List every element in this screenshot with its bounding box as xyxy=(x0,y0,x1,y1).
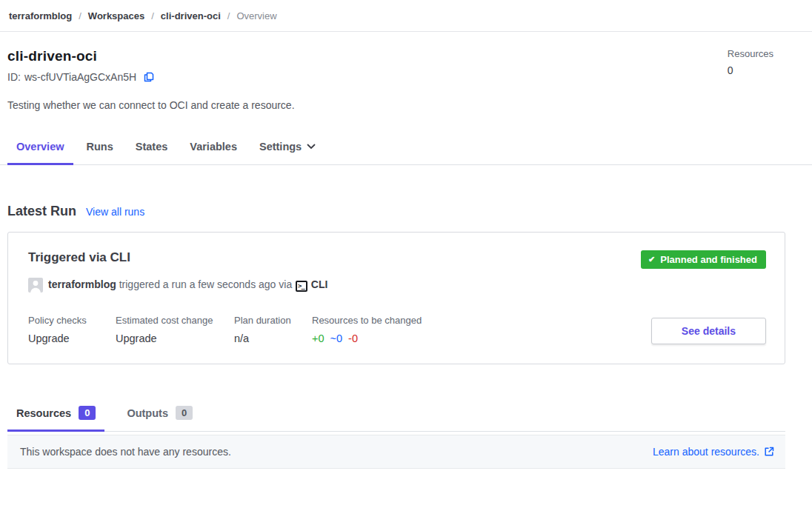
latest-run-card: Triggered via CLI ✔ Planned and finished… xyxy=(7,232,785,364)
stat-plan-duration: Plan duration n/a xyxy=(234,315,312,344)
workspace-description: Testing whether we can connect to OCI an… xyxy=(7,99,295,111)
view-all-runs-link[interactable]: View all runs xyxy=(86,206,144,218)
tab-resources[interactable]: Resources 0 xyxy=(7,406,104,431)
diff-destroy: -0 xyxy=(348,332,358,344)
workspace-id-label: ID: xyxy=(7,71,21,83)
outputs-count-badge: 0 xyxy=(176,406,193,420)
stat-label: Policy checks xyxy=(28,315,116,326)
page-title: cli-driven-oci xyxy=(7,48,295,64)
breadcrumb-workspaces[interactable]: Workspaces xyxy=(88,10,144,21)
stat-cost-change: Estimated cost change Upgrade xyxy=(116,315,234,344)
chevron-down-icon xyxy=(307,144,316,150)
tab-states[interactable]: States xyxy=(127,141,177,164)
stat-resources-changed: Resources to be changed +0~0-0 xyxy=(312,315,422,344)
empty-state-message: This workspace does not have any resourc… xyxy=(20,446,231,458)
tab-resources-label: Resources xyxy=(16,407,71,419)
run-user[interactable]: terraformblog xyxy=(48,278,116,290)
terminal-icon: >_ xyxy=(296,281,307,292)
check-icon: ✔ xyxy=(648,255,655,264)
tab-states-label: States xyxy=(136,141,168,153)
see-details-button[interactable]: See details xyxy=(651,318,766,344)
breadcrumb-separator: / xyxy=(79,10,81,21)
stat-value: Upgrade xyxy=(116,332,234,344)
run-title: Triggered via CLI xyxy=(21,250,130,265)
copy-icon[interactable] xyxy=(143,71,155,83)
stat-label: Plan duration xyxy=(234,315,312,326)
resources-empty-state: This workspace does not have any resourc… xyxy=(7,435,785,469)
status-badge-label: Planned and finished xyxy=(660,255,757,264)
tab-runs[interactable]: Runs xyxy=(78,141,122,164)
status-badge: ✔ Planned and finished xyxy=(641,250,766,269)
resources-count-badge: 0 xyxy=(79,406,96,420)
external-link-icon[interactable] xyxy=(764,447,774,457)
latest-run-title: Latest Run xyxy=(7,204,76,219)
workspace-id-value: ws-cfUVTiaAgGCxAn5H xyxy=(24,71,136,83)
resources-stat-value: 0 xyxy=(728,64,773,76)
learn-about-resources-link[interactable]: Learn about resources. xyxy=(653,446,759,458)
tab-runs-label: Runs xyxy=(87,141,113,153)
tab-outputs[interactable]: Outputs 0 xyxy=(118,406,202,431)
workspace-header: cli-driven-oci ID: ws-cfUVTiaAgGCxAn5H T… xyxy=(7,48,785,111)
tab-settings-label: Settings xyxy=(259,141,302,153)
run-byline: terraformblog triggered a run a few seco… xyxy=(28,278,766,293)
tab-settings[interactable]: Settings xyxy=(250,141,325,164)
avatar xyxy=(28,278,43,293)
tab-variables-label: Variables xyxy=(190,141,237,153)
tab-overview[interactable]: Overview xyxy=(7,141,73,164)
diff-change: ~0 xyxy=(330,332,343,344)
stat-policy-checks: Policy checks Upgrade xyxy=(28,315,116,344)
stat-value: Upgrade xyxy=(28,332,116,344)
stat-label: Estimated cost change xyxy=(116,315,234,326)
breadcrumb-separator: / xyxy=(227,10,230,21)
diff-add: +0 xyxy=(312,332,325,344)
stat-value: n/a xyxy=(234,332,312,344)
resource-tabs: Resources 0 Outputs 0 xyxy=(7,406,785,432)
run-stats: Policy checks Upgrade Estimated cost cha… xyxy=(28,315,422,344)
workspace-tabs: Overview Runs States Variables Settings xyxy=(0,141,812,165)
breadcrumb: terraformblog / Workspaces / cli-driven-… xyxy=(0,0,812,32)
tab-overview-label: Overview xyxy=(16,141,64,153)
tab-variables[interactable]: Variables xyxy=(181,141,246,164)
resources-stat-label: Resources xyxy=(728,48,773,59)
breadcrumb-separator: / xyxy=(151,10,154,21)
stat-label: Resources to be changed xyxy=(312,315,422,326)
breadcrumb-current-page: Overview xyxy=(236,10,276,21)
run-byline-text: triggered a run a few seconds ago via xyxy=(119,278,292,290)
breadcrumb-org[interactable]: terraformblog xyxy=(9,10,72,21)
run-via-label: CLI xyxy=(311,278,328,290)
resources-stat: Resources 0 xyxy=(728,48,785,111)
tab-outputs-label: Outputs xyxy=(127,407,168,419)
breadcrumb-workspace-name[interactable]: cli-driven-oci xyxy=(161,10,221,21)
